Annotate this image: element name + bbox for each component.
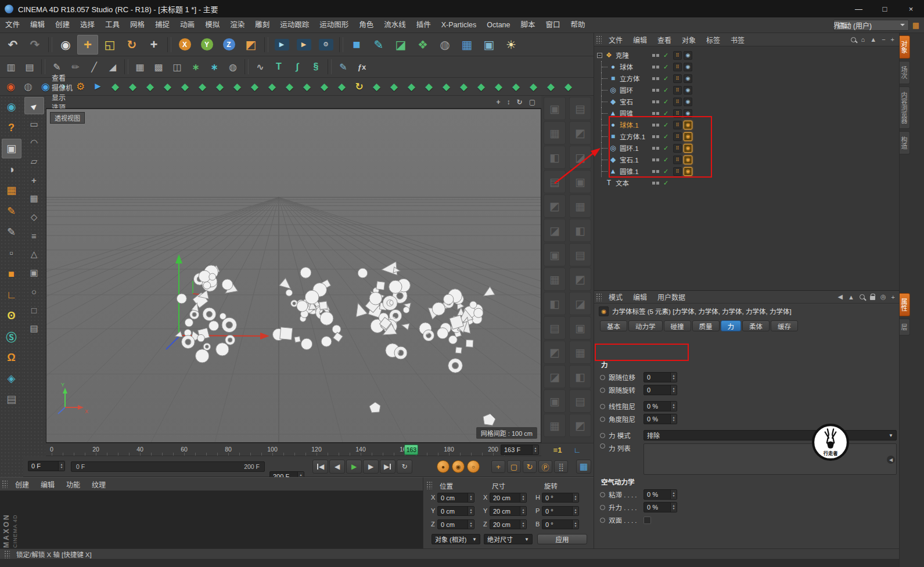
redo-button[interactable]: ↷ [24,35,45,55]
select-arrow-button[interactable]: ► [24,97,44,114]
lasso-select-button[interactable]: ◠ [24,134,44,151]
spinner-buttons[interactable]: ▲▼ [532,445,538,454]
turbulence-button[interactable]: ↻ [351,79,368,95]
mograph-weight-tag-icon[interactable]: ⠿ [673,51,682,60]
coords-field[interactable]: 20 cm▲▼ [490,506,527,516]
coords-field[interactable]: 20 cm▲▼ [490,493,527,503]
drag-handle[interactable] [2,480,8,488]
mograph-menu-button[interactable]: ❖ [412,35,433,55]
drag-handle[interactable] [596,35,602,44]
last-tool-button[interactable]: + [143,35,164,55]
spinner-buttons[interactable]: ▲▼ [670,402,677,411]
enabled-check-icon[interactable]: ✓ [663,75,671,82]
attributes-menu-item[interactable]: 模式 [603,292,628,302]
object-label[interactable]: 圆锥 [620,109,633,118]
symmetry-button[interactable]: ◫ [168,58,186,75]
material-menu-item[interactable]: 纹理 [86,479,112,489]
text-tool-button[interactable]: T [270,58,287,75]
viewport-view-label[interactable]: 透视视图 [50,112,85,124]
menubar-item[interactable]: 脚本 [516,17,541,32]
value-field[interactable]: 0 %▲▼ [643,401,677,411]
dock-tab[interactable]: 内容浏览器 [900,86,910,129]
object-manager-menu-item[interactable]: 对象 [677,35,701,45]
object-manager-menu-item[interactable]: 标签 [701,35,725,45]
keyframe-dot-icon[interactable] [600,388,605,393]
render-view-button[interactable]: ▶ [271,35,292,55]
mograph-weight-tag-icon[interactable]: ⠿ [673,132,682,141]
lock-button[interactable]: ▤ [2,389,21,409]
attributes-tab[interactable]: 柔体 [742,320,770,331]
mograph-weight-tag-icon[interactable]: ⠿ [673,167,682,176]
simulation-icon-26-button[interactable]: ◆ [438,79,455,95]
menubar-item[interactable]: X-Particles [436,17,481,32]
step-forward-button[interactable]: ▶ [363,460,379,474]
light-menu-button[interactable]: ☀ [501,35,522,55]
close-button[interactable]: × [898,0,924,17]
simulation-icon-14-button[interactable]: ◆ [229,79,246,95]
value-field[interactable]: 0▲▼ [643,385,677,395]
sculpt-tool-button[interactable]: ✎ [2,222,21,242]
spinner-buttons[interactable]: ▲▼ [572,507,578,515]
checkbox[interactable] [643,517,651,524]
cube-mode-button[interactable]: ■ [2,264,21,284]
spinner-buttons[interactable]: ▲▼ [670,385,677,395]
object-manager-menu-item[interactable]: 书签 [725,35,750,45]
simulation-icon-32-button[interactable]: ◆ [542,79,559,95]
scale-tool-button[interactable]: ◱ [99,35,120,55]
coords-field[interactable]: 0 °▲▼ [542,519,579,529]
dock-tab[interactable]: 属性 [900,293,910,316]
visibility-toggle-icons[interactable] [652,182,661,185]
visibility-toggle-icons[interactable] [652,112,661,115]
dropdown-field[interactable]: 排除▼ [643,430,897,440]
object-row[interactable]: ◆宝石✓⠿◉ [594,96,900,107]
move-tool-button[interactable]: + [77,35,98,55]
enabled-check-icon[interactable]: ✓ [663,110,671,117]
viewport-canvas[interactable]: YX 透视视图 网格间距 : 100 cm [46,109,541,443]
layout-icon[interactable]: ▦ [912,21,919,30]
pin-icon[interactable]: ◎ [880,293,886,301]
value-field[interactable]: 0 %▲▼ [643,414,677,424]
object-row[interactable]: −❖克隆✓⠿◉ [594,49,900,61]
simulation-icon-12-button[interactable]: ◆ [194,79,211,95]
emitter-button[interactable]: ◉ [2,79,19,95]
menubar-item[interactable]: 角色 [354,17,379,32]
value-field[interactable]: 0▲▼ [643,372,677,382]
list-tool-button[interactable]: ≡ [24,227,44,244]
simulation-icon-30-button[interactable]: ◆ [508,79,524,95]
attributes-tab[interactable]: 动力学 [628,320,663,331]
timeline-range-slider[interactable]: 0 F 200 F [71,461,265,472]
object-label[interactable]: 立方体.1 [620,132,645,141]
spinner-buttons[interactable]: ▲▼ [58,461,64,471]
list-expand-button[interactable]: ◀ [887,456,895,464]
mograph-weight-tag-icon[interactable]: ⠿ [673,156,682,164]
environment-menu-button[interactable]: ▦ [456,35,477,55]
visibility-toggle-icons[interactable] [652,89,661,92]
object-label[interactable]: 圆环 [620,85,633,95]
simulation-icon-22-button[interactable]: ◆ [368,79,385,95]
visibility-toggle-icons[interactable] [652,54,661,57]
coords-field[interactable]: 0 °▲▼ [542,506,579,516]
enabled-check-icon[interactable]: ✓ [663,145,671,152]
object-tag-icon[interactable]: ◉ [684,51,692,60]
apply-button[interactable]: 应用 [537,534,587,544]
visibility-toggle-icons[interactable] [652,170,661,173]
timeline-ruler[interactable]: 163 163 F▲▼ 020406080100120140160180200 [46,443,541,456]
diamond-tool-button[interactable]: ◇ [24,208,44,226]
spinner-buttons[interactable]: ▲▼ [670,503,677,512]
simulation-icon-10-button[interactable]: ◆ [159,79,176,95]
object-label[interactable]: 宝石 [620,97,633,106]
dynamics-tag-icon[interactable]: ◉ [684,167,692,176]
current-frame-field[interactable]: 163 F▲▼ [501,445,539,455]
enabled-check-icon[interactable]: ✓ [663,133,671,140]
magnet-button[interactable]: Ω [2,348,21,367]
enabled-check-icon[interactable]: ✓ [663,121,671,129]
menubar-item[interactable]: 文件 [0,17,25,32]
keyframe-dot-icon[interactable] [600,505,605,510]
keyframe-dot-icon[interactable] [600,433,605,438]
spinner-buttons[interactable]: ▲▼ [468,507,474,515]
menubar-item[interactable]: 运动图形 [314,17,354,32]
simulation-icon-23-button[interactable]: ◆ [386,79,402,95]
box-tool-button[interactable]: ▣ [24,264,44,281]
play-button[interactable]: ▶ [346,460,362,474]
simulation-icon-7-button[interactable]: ◆ [107,79,124,95]
